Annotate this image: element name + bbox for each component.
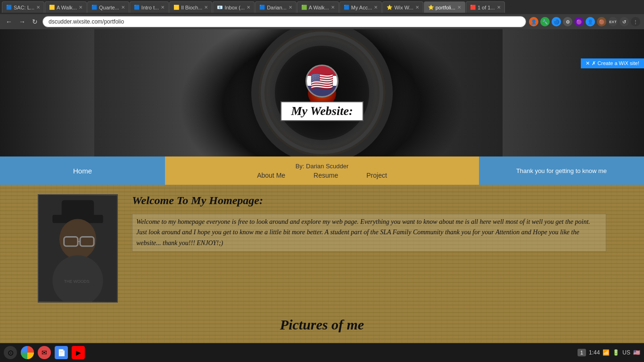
tab-bioch[interactable]: 🟨 Il Bioch... ✕	[169, 1, 212, 13]
network-label: US	[622, 349, 630, 356]
tab-walk1[interactable]: 🟨 A Walk... ✕	[45, 1, 87, 13]
tab-favicon-myacc: 🟦	[344, 5, 349, 10]
toolbar-icon-ext[interactable]: EXT	[608, 17, 618, 26]
reload-button[interactable]: ↻	[30, 17, 40, 26]
welcome-body: Welcome to my homepage everyone is free …	[132, 214, 606, 252]
tab-close-darian[interactable]: ✕	[289, 5, 292, 10]
toolbar-icon-1[interactable]: 👤	[529, 17, 538, 26]
camera-body-left	[0, 29, 94, 156]
nav-center: By: Darian Scudder About Me Resume Proje…	[165, 156, 479, 185]
tab-intro[interactable]: 🟦 Intro t... ✕	[130, 1, 169, 13]
toolbar-icon-3[interactable]: 🔵	[552, 17, 561, 26]
tab-label-myacc: My Acc...	[351, 5, 372, 10]
nav-link-resume[interactable]: Resume	[314, 172, 338, 179]
wix-create-site-button[interactable]: ✕ ✗ Create a WiX site!	[581, 58, 644, 68]
flag-taskbar: 🇺🇸	[633, 349, 640, 356]
tab-quarter[interactable]: 🟦 Quarte... ✕	[87, 1, 129, 13]
back-button[interactable]: ←	[4, 17, 14, 26]
tab-close-wixw[interactable]: ✕	[415, 5, 419, 10]
flag-emoji: 🇺🇸	[310, 70, 334, 92]
tab-myacc[interactable]: 🟦 My Acc... ✕	[339, 1, 382, 13]
website-content: 🇺🇸 My Website: Home By: Darian Scudder A…	[0, 29, 644, 343]
tab-favicon-inbox: 📧	[217, 5, 223, 10]
tab-favicon-darian: 🟦	[259, 5, 265, 10]
tab-portfolio[interactable]: ⭐ portfoli... ✕	[424, 1, 465, 13]
toolbar-icon-6[interactable]: 👤	[586, 17, 595, 26]
pictures-title: Pictures of me	[0, 317, 644, 333]
tab-label-walk2: A Walk...	[309, 5, 329, 10]
wix-create-label: ✗ Create a WiX site!	[592, 60, 639, 66]
taskbar-icon-docs[interactable]: 📄	[55, 346, 68, 359]
toolbar-icon-7[interactable]: 🟤	[597, 17, 606, 26]
hero-center: 🇺🇸 My Website:	[281, 65, 363, 121]
tab-close-intro[interactable]: ✕	[161, 5, 165, 10]
profile-photo: THE WOODS	[38, 194, 118, 303]
taskbar-icon-chrome[interactable]	[21, 346, 34, 359]
tab-close-quarter[interactable]: ✕	[121, 5, 125, 10]
tab-label-wixw: Wix W...	[394, 5, 413, 10]
svg-text:THE WOODS: THE WOODS	[64, 279, 90, 284]
nav-link-about[interactable]: About Me	[257, 172, 285, 179]
tab-label-quarter: Quarte...	[99, 5, 119, 10]
welcome-title: Welcome To My Homepage:	[132, 194, 606, 207]
main-content: THE WOODS Welcome To My Homepage: Welcom…	[0, 185, 644, 343]
tab-label-bioch: Il Bioch...	[181, 5, 202, 10]
forward-button[interactable]: →	[17, 17, 27, 26]
tab-favicon-bioch: 🟨	[173, 5, 179, 10]
nav-links: About Me Resume Project	[257, 172, 387, 179]
taskbar-icon-youtube[interactable]: ▶	[72, 346, 85, 359]
wix-x-icon: ✕	[586, 60, 590, 66]
tab-close-1of1[interactable]: ✕	[497, 5, 501, 10]
tab-close-walk1[interactable]: ✕	[79, 5, 83, 10]
tab-close-inbox[interactable]: ✕	[247, 5, 250, 10]
tab-close-walk2[interactable]: ✕	[331, 5, 335, 10]
battery-icon: 🔋	[612, 349, 619, 356]
browser-chrome: 🟦 SAC: L... ✕ 🟨 A Walk... ✕ 🟦 Quarte... …	[0, 0, 644, 29]
site-title: My Website:	[291, 104, 353, 118]
toolbar-icon-4[interactable]: ⚙	[563, 17, 572, 26]
toolbar-icon-menu[interactable]: ⋮	[631, 17, 640, 26]
tab-close-myacc[interactable]: ✕	[374, 5, 378, 10]
toolbar-icon-2[interactable]: 🔧	[540, 17, 550, 26]
pictures-section: Pictures of me	[0, 312, 644, 333]
toolbar-icon-5[interactable]: 🟣	[574, 17, 584, 26]
page-count-badge: 1	[578, 349, 586, 356]
camera-body-right	[503, 29, 644, 156]
tab-wixw[interactable]: ⭐ Wix W... ✕	[382, 1, 423, 13]
tab-sac[interactable]: 🟦 SAC: L... ✕	[2, 1, 44, 13]
tab-label-walk1: A Walk...	[57, 5, 77, 10]
battery-wifi: 1 1:44 📶 🔋 US 🇺🇸	[578, 349, 640, 356]
nav-home-link[interactable]: Home	[73, 167, 92, 175]
tab-walk2[interactable]: 🟩 A Walk... ✕	[297, 1, 339, 13]
nav-link-project[interactable]: Project	[366, 172, 387, 179]
tab-favicon-portfolio: ⭐	[428, 5, 434, 10]
toolbar-icons: 👤 🔧 🔵 ⚙ 🟣 👤 🟤 EXT ↺ ⋮	[529, 17, 640, 26]
address-input[interactable]	[42, 16, 526, 27]
tab-close-bioch[interactable]: ✕	[204, 5, 208, 10]
tab-label-intro: Intro t...	[141, 5, 159, 10]
tab-inbox[interactable]: 📧 Inbox (... ✕	[213, 1, 255, 13]
tab-favicon-quarter: 🟦	[91, 5, 97, 10]
taskbar-right: 1 1:44 📶 🔋 US 🇺🇸	[578, 349, 640, 356]
content-row: THE WOODS Welcome To My Homepage: Welcom…	[0, 185, 644, 312]
toolbar-icon-refresh2[interactable]: ↺	[619, 17, 629, 26]
tab-label-sac: SAC: L...	[14, 5, 34, 10]
nav-link-thankyou[interactable]: Thank you for getting to know me	[516, 167, 607, 174]
tab-darian[interactable]: 🟦 Darian... ✕	[255, 1, 297, 13]
address-bar-row: ← → ↻ 👤 🔧 🔵 ⚙ 🟣 👤 🟤 EXT ↺ ⋮	[0, 14, 644, 29]
tab-favicon-sac: 🟦	[6, 5, 12, 10]
tab-1of1[interactable]: 🟥 1 of 1... ✕	[466, 1, 505, 13]
tab-favicon-walk1: 🟨	[49, 5, 55, 10]
profile-silhouette-svg: THE WOODS	[39, 194, 117, 303]
taskbar-icon-circle[interactable]: ⊙	[4, 346, 17, 359]
taskbar-icon-gmail[interactable]: ✉	[38, 346, 51, 359]
hero-section: 🇺🇸 My Website:	[0, 29, 644, 156]
nav-left: Home	[0, 156, 165, 185]
navigation-bar: Home By: Darian Scudder About Me Resume …	[0, 156, 644, 185]
text-content: Welcome To My Homepage: Welcome to my ho…	[132, 194, 606, 252]
tab-label-darian: Darian...	[267, 5, 287, 10]
tab-close-portfolio[interactable]: ✕	[457, 5, 461, 10]
tab-close-sac[interactable]: ✕	[36, 5, 40, 10]
taskbar: ⊙ ✉ 📄 ▶ 1 1:44 📶 🔋 US 🇺🇸	[0, 343, 644, 362]
flag-icon: 🇺🇸	[305, 65, 339, 98]
